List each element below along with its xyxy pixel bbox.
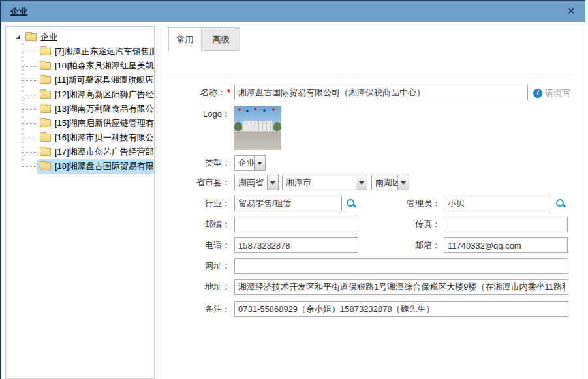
hint-text: 请填写: [545, 87, 570, 99]
dialog-title: 企业: [10, 1, 27, 22]
folder-icon: [40, 62, 51, 70]
tree-item-10[interactable]: [10]柏森家具湘潭红星美凯龙店: [6, 59, 154, 73]
required-asterisk: *: [227, 87, 230, 97]
chevron-down-icon[interactable]: [397, 175, 409, 190]
remark-label: 备注：: [161, 301, 230, 317]
remark-input[interactable]: [234, 301, 568, 317]
type-row: 类型： 企业: [161, 155, 583, 172]
address-input[interactable]: [234, 279, 568, 295]
website-row: 网址：: [161, 258, 583, 275]
tree-item-16[interactable]: [16]湘潭市贝一科技有限公司: [6, 130, 154, 145]
tree-item-13[interactable]: [13]湖南万利隆食品有限公司: [6, 102, 154, 116]
postcode-label: 邮编：: [161, 217, 230, 232]
type-label: 类型：: [161, 155, 230, 171]
phone-email-row: 电话： 邮箱：: [161, 237, 583, 254]
type-select[interactable]: 企业: [234, 155, 266, 171]
remark-row: 备注：: [161, 301, 583, 318]
address-label: 地址：: [161, 279, 230, 295]
folder-icon: [40, 162, 51, 170]
tab-advanced[interactable]: 高级: [202, 27, 240, 51]
tree-item-15[interactable]: [15]湖南启新供应链管理有限公司: [6, 116, 154, 130]
website-label: 网址：: [161, 258, 230, 274]
email-input[interactable]: [444, 237, 568, 253]
logo-row: Logo：: [161, 106, 583, 152]
industry-input[interactable]: [234, 196, 342, 211]
tab-common[interactable]: 常用: [168, 27, 202, 51]
window-border-right: [583, 23, 583, 379]
tree-item-12[interactable]: [12]湘潭高新区阳狮广告经营部: [6, 87, 154, 102]
region-label: 省市县：: [161, 175, 230, 190]
search-icon[interactable]: [347, 199, 356, 208]
postcode-input[interactable]: [234, 217, 358, 232]
company-tree-panel: 企业 [7]湘潭正东途远汽车销售服务有 [10]柏森家具湘潭红星美凯龙店 [11…: [5, 26, 155, 379]
folder-icon: [25, 33, 37, 41]
flags-decoration: [236, 108, 280, 113]
company-logo-image[interactable]: [234, 106, 281, 150]
fax-input[interactable]: [444, 217, 568, 232]
tree-root-label: 企业: [40, 30, 57, 44]
folder-icon: [40, 119, 51, 127]
fax-label: 传真：: [364, 217, 441, 232]
name-label: 名称：: [200, 87, 226, 97]
region-row: 省市县： 湖南省 湘潭市 雨湖区: [161, 175, 583, 192]
tree-item-18-selected[interactable]: [18]湘潭盘古国际贸易有限公司: [6, 159, 154, 174]
folder-icon: [40, 148, 51, 156]
logo-label: Logo：: [161, 106, 230, 122]
search-icon[interactable]: [556, 199, 565, 208]
district-select[interactable]: 雨湖区: [371, 175, 409, 190]
title-bar: 企业 ✕: [1, 1, 585, 22]
tree-item-17[interactable]: [17]湘潭市创艺广告经营部: [6, 145, 154, 159]
industry-manager-row: 行业： 管理员：: [161, 196, 583, 213]
email-label: 邮箱：: [364, 237, 441, 253]
name-row: 名称：* i 请填写: [161, 85, 583, 102]
chevron-down-icon[interactable]: [267, 175, 278, 190]
folder-icon: [40, 134, 51, 142]
tab-divider: [166, 74, 571, 74]
building-decoration: [243, 121, 272, 131]
chevron-down-icon[interactable]: [356, 175, 367, 190]
close-icon[interactable]: ✕: [567, 1, 575, 22]
folder-icon: [40, 105, 51, 113]
postcode-fax-row: 邮编： 传真：: [161, 217, 583, 234]
manager-input[interactable]: [444, 196, 551, 211]
tree-item-7[interactable]: [7]湘潭正东途远汽车销售服务有: [6, 44, 154, 59]
name-input[interactable]: [234, 85, 528, 100]
tree-expand-icon[interactable]: [16, 35, 20, 39]
manager-label: 管理员：: [364, 196, 441, 211]
info-icon: i: [533, 89, 542, 98]
tree-item-11[interactable]: [11]斯可馨家具湘潭旗舰店: [6, 73, 154, 87]
name-hint: i 请填写: [533, 87, 570, 99]
window-border-left: [0, 0, 1, 379]
chevron-down-icon[interactable]: [254, 156, 265, 170]
city-select[interactable]: 湘潭市: [282, 175, 367, 190]
phone-input[interactable]: [234, 237, 358, 253]
phone-label: 电话：: [161, 237, 230, 253]
province-select[interactable]: 湖南省: [234, 175, 279, 190]
industry-label: 行业：: [161, 196, 230, 211]
website-input[interactable]: [234, 258, 568, 274]
folder-icon: [40, 76, 51, 84]
address-row: 地址：: [161, 279, 583, 296]
detail-panel: 常用 高级 名称：* i 请填写 Logo： 类型：: [161, 26, 583, 379]
folder-icon: [40, 91, 51, 99]
tree-root-enterprise[interactable]: 企业: [6, 30, 154, 44]
enterprise-dialog: 企业 ✕ 企业 [7]湘潭正东途远汽车销售服务有 [10]柏森家具湘潭红星美凯龙…: [0, 0, 588, 379]
folder-icon: [40, 48, 51, 55]
